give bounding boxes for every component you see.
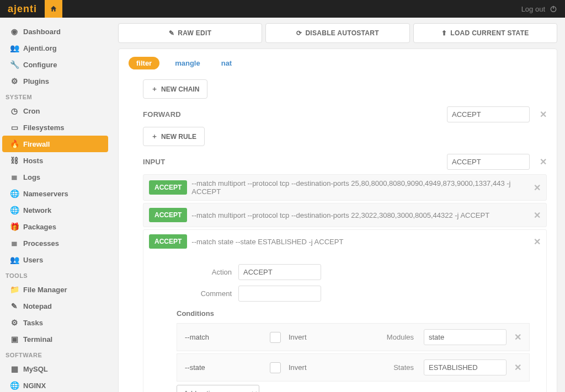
fire-icon: 🔥 [10, 139, 19, 148]
tab-nat[interactable]: nat [216, 57, 238, 69]
sidebar-item-processes[interactable]: ≣Processes [2, 235, 108, 251]
sidebar-item-filesystems[interactable]: ▭Filesystems [2, 119, 108, 136]
forward-policy-input[interactable] [447, 106, 530, 122]
conditions-title: Conditions [177, 309, 530, 318]
condition-key: States [324, 363, 416, 372]
input-delete-button[interactable]: ✕ [540, 157, 547, 167]
forward-delete-button[interactable]: ✕ [540, 109, 547, 120]
rule-delete-button[interactable]: ✕ [534, 237, 541, 247]
brand-logo: ajenti [8, 0, 42, 18]
sidebar: ◉Dashboard 👥Ajenti.org 🔧Configure ⚙Plugi… [0, 18, 110, 392]
input-policy-input[interactable] [447, 154, 530, 170]
rule-badge: ACCEPT [149, 208, 187, 222]
sidebar-item-filemanager[interactable]: 📁File Manager [2, 281, 108, 298]
condition-delete-button[interactable]: ✕ [514, 332, 521, 342]
condition-option: --match [185, 333, 262, 341]
action-input[interactable] [238, 264, 321, 280]
section-tools: TOOLS [0, 268, 110, 281]
clock-icon: ◷ [10, 106, 19, 115]
new-chain-button[interactable]: ＋NEW CHAIN [143, 79, 207, 99]
tab-mangle[interactable]: mangle [169, 57, 206, 69]
condition-value-input[interactable] [424, 329, 507, 345]
condition-option: --state [185, 363, 262, 372]
sidebar-item-notepad[interactable]: ✎Notepad [2, 298, 108, 314]
sidebar-item-firewall[interactable]: 🔥Firewall [2, 136, 108, 152]
rule-row-expanded: ACCEPT --match state --state ESTABLISHED… [143, 229, 547, 392]
new-rule-button[interactable]: ＋NEW RULE [143, 127, 205, 146]
comment-label: Comment [177, 289, 232, 298]
rule-badge: ACCEPT [149, 180, 187, 195]
sitemap-icon: ⛓ [10, 156, 19, 165]
disable-autostart-button[interactable]: ⟳DISABLE AUTOSTART [265, 23, 409, 43]
terminal-icon: ▣ [10, 335, 19, 343]
refresh-icon: ⟳ [296, 29, 302, 37]
folder-icon: 📁 [10, 285, 19, 294]
home-button[interactable] [45, 0, 62, 18]
invert-checkbox[interactable] [270, 362, 281, 373]
condition-delete-button[interactable]: ✕ [514, 362, 521, 373]
dashboard-icon: ◉ [10, 27, 19, 36]
sidebar-item-hosts[interactable]: ⛓Hosts [2, 152, 108, 169]
tab-filter[interactable]: filter [129, 57, 159, 69]
power-icon [550, 5, 557, 13]
rule-header[interactable]: ACCEPT --match state --state ESTABLISHED… [143, 230, 546, 253]
rule-desc: --match state --state ESTABLISHED -j ACC… [191, 238, 529, 246]
rule-delete-button[interactable]: ✕ [534, 210, 541, 221]
pencil-icon: ✎ [169, 29, 174, 37]
chain-input-title: INPUT [143, 158, 166, 166]
sidebar-item-dashboard[interactable]: ◉Dashboard [2, 23, 108, 40]
invert-checkbox[interactable] [270, 332, 281, 343]
condition-key: Modules [324, 333, 416, 341]
comment-input[interactable] [238, 286, 321, 302]
home-icon [50, 5, 57, 13]
list-icon: ≣ [10, 239, 19, 248]
condition-value-input[interactable] [424, 359, 507, 375]
sidebar-item-cron[interactable]: ◷Cron [2, 103, 108, 119]
invert-label: Invert [289, 333, 316, 341]
upload-icon: ⬆ [441, 29, 447, 37]
group-icon: 👥 [10, 44, 19, 52]
sidebar-item-packages[interactable]: 🎁Packages [2, 218, 108, 235]
logout-link[interactable]: Log out [514, 0, 565, 18]
table-icon: ▦ [10, 364, 19, 373]
sidebar-item-terminal[interactable]: ▣Terminal [2, 331, 108, 347]
rule-row[interactable]: ACCEPT --match multiport --protocol tcp … [143, 174, 547, 201]
sidebar-item-nameservers[interactable]: 🌐Nameservers [2, 185, 108, 202]
sidebar-item-logs[interactable]: ≣Logs [2, 169, 108, 185]
rule-desc: --match multiport --protocol tcp --desti… [191, 179, 529, 196]
sidebar-item-nginx[interactable]: 🌐NGINX [2, 377, 108, 392]
plus-icon: ＋ [151, 84, 158, 94]
section-software: SOFTWARE [0, 347, 110, 361]
add-option-select[interactable]: Add option [177, 385, 259, 392]
sidebar-item-network[interactable]: 🌐Network [2, 202, 108, 218]
gears-icon: ⚙ [10, 77, 19, 85]
chain-forward-title: FORWARD [143, 110, 181, 119]
rule-desc: --match multiport --protocol tcp --desti… [191, 211, 529, 219]
wrench-icon: 🔧 [10, 60, 19, 69]
globe-icon: 🌐 [10, 189, 19, 198]
sidebar-item-tasks[interactable]: ⚙Tasks [2, 314, 108, 331]
invert-label: Invert [289, 363, 316, 372]
hdd-icon: ▭ [10, 123, 19, 132]
sidebar-item-plugins[interactable]: ⚙Plugins [2, 73, 108, 89]
section-system: SYSTEM [0, 89, 110, 103]
logout-label: Log out [521, 5, 545, 13]
users-icon: 👥 [10, 255, 19, 264]
content: ✎RAW EDIT ⟳DISABLE AUTOSTART ⬆LOAD CURRE… [110, 18, 565, 392]
raw-edit-button[interactable]: ✎RAW EDIT [118, 23, 262, 43]
condition-row: --state Invert States ✕ [177, 353, 530, 382]
globe-icon: 🌐 [10, 381, 19, 390]
globe-icon: 🌐 [10, 206, 19, 214]
edit-icon: ✎ [10, 302, 19, 310]
rule-delete-button[interactable]: ✕ [534, 182, 541, 193]
sidebar-item-configure[interactable]: 🔧Configure [2, 56, 108, 73]
gear-icon: ⚙ [10, 318, 19, 327]
rule-badge: ACCEPT [149, 234, 187, 249]
rule-row[interactable]: ACCEPT --match multiport --protocol tcp … [143, 203, 547, 227]
sidebar-item-mysql[interactable]: ▦MySQL [2, 361, 108, 377]
sidebar-item-users[interactable]: 👥Users [2, 251, 108, 268]
sidebar-item-ajentiorg[interactable]: 👥Ajenti.org [2, 40, 108, 56]
gift-icon: 🎁 [10, 222, 19, 231]
action-label: Action [177, 268, 232, 276]
load-current-state-button[interactable]: ⬆LOAD CURRENT STATE [413, 23, 557, 43]
